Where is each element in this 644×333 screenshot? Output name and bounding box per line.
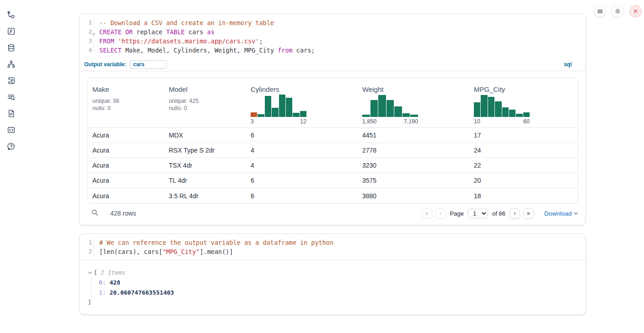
close-icon bbox=[633, 8, 639, 14]
python-cell: 1# We can reference the output variable … bbox=[79, 233, 586, 315]
column-label: Make bbox=[92, 85, 161, 93]
histogram-bar[interactable] bbox=[394, 106, 402, 117]
line-number: 1 bbox=[80, 238, 94, 247]
help-icon[interactable] bbox=[0, 138, 22, 154]
list-item[interactable]: 0: 428 bbox=[99, 278, 577, 288]
histogram-bar[interactable] bbox=[509, 110, 515, 117]
column-header-weight[interactable]: Weight1,8507,190 bbox=[358, 84, 469, 127]
token-keyword: SELECT bbox=[99, 47, 122, 54]
item-key: 0: bbox=[99, 279, 109, 286]
histogram-bar[interactable] bbox=[258, 114, 264, 117]
histogram-bar[interactable] bbox=[410, 115, 418, 117]
search-icon[interactable] bbox=[91, 209, 99, 218]
code-line[interactable]: 2CREATE OR replace TABLE cars as bbox=[80, 27, 585, 37]
axis-min-label: 10 bbox=[474, 118, 480, 125]
histogram-bars bbox=[474, 93, 530, 117]
items-count-label: 2 Items bbox=[101, 268, 126, 278]
table-cell: 4451 bbox=[358, 132, 469, 139]
scratchpad-icon[interactable] bbox=[0, 72, 22, 89]
row-count-label: 428 rows bbox=[110, 210, 136, 217]
download-label: Download bbox=[544, 210, 572, 217]
histogram-bar[interactable] bbox=[251, 112, 257, 117]
logs-icon[interactable] bbox=[0, 89, 22, 105]
histogram-bar[interactable] bbox=[279, 95, 285, 117]
histogram-bar[interactable] bbox=[481, 95, 487, 117]
table-cell: 3575 bbox=[358, 177, 469, 184]
token-plain: replace bbox=[133, 28, 166, 36]
table-row[interactable]: AcuraTL 4dr6357520 bbox=[88, 173, 578, 188]
axis-min-label: 1,850 bbox=[362, 118, 376, 125]
table-cell: 4 bbox=[246, 162, 358, 169]
histogram-bar[interactable] bbox=[265, 96, 271, 117]
column-histogram: 1,8507,190 bbox=[362, 93, 418, 125]
table-cell: 24 bbox=[469, 147, 578, 154]
table-row[interactable]: Acura3.5 RL 4dr6388018 bbox=[88, 188, 578, 203]
histogram-bar[interactable] bbox=[370, 100, 378, 117]
menu-icon bbox=[597, 8, 603, 15]
topbar bbox=[594, 5, 642, 17]
token-string: 'https://datasets.marimo.app/cars.csv' bbox=[118, 37, 259, 45]
list-item[interactable]: 1: 20.060747663551403 bbox=[99, 288, 577, 298]
table-row[interactable]: AcuraMDX6445117 bbox=[88, 128, 578, 143]
settings-button[interactable] bbox=[612, 5, 624, 17]
database-icon[interactable] bbox=[0, 39, 22, 56]
python-code-editor[interactable]: 1# We can reference the output variable … bbox=[80, 234, 585, 259]
axis-max-label: 60 bbox=[523, 118, 530, 125]
table-row[interactable]: AcuraTSX 4dr4323022 bbox=[88, 158, 578, 173]
column-header-model[interactable]: Modelunique: 425nulls: 0 bbox=[164, 84, 246, 127]
histogram-bar[interactable] bbox=[293, 113, 299, 117]
first-page-button[interactable]: « bbox=[422, 208, 432, 219]
snippets-icon[interactable] bbox=[0, 122, 22, 138]
table-cell: Acura bbox=[88, 147, 164, 154]
gear-icon bbox=[614, 8, 621, 15]
download-button[interactable]: Download bbox=[544, 210, 578, 217]
histogram-bar[interactable] bbox=[402, 113, 410, 117]
histogram-bar[interactable] bbox=[516, 114, 522, 117]
histogram-bar[interactable] bbox=[378, 95, 386, 117]
histogram-bar[interactable] bbox=[495, 101, 501, 117]
code-line[interactable]: 1# We can reference the output variable … bbox=[80, 238, 585, 247]
table-cell: 6 bbox=[246, 177, 358, 184]
next-page-button[interactable]: › bbox=[510, 208, 520, 219]
column-label: Weight bbox=[362, 85, 466, 93]
shutdown-button[interactable] bbox=[629, 5, 642, 17]
dependency-graph-icon[interactable] bbox=[0, 56, 22, 72]
page-select[interactable]: 1 bbox=[468, 209, 488, 218]
code-line[interactable]: 3FROM 'https://datasets.marimo.app/cars.… bbox=[80, 37, 585, 46]
table-row[interactable]: AcuraRSX Type S 2dr4277824 bbox=[88, 143, 578, 158]
column-header-cylinders[interactable]: Cylinders312 bbox=[246, 84, 358, 127]
output-variable-label: Output variable: bbox=[84, 61, 126, 68]
histogram-bar[interactable] bbox=[523, 112, 530, 117]
histogram-bar[interactable] bbox=[362, 115, 370, 117]
output-variable-input[interactable] bbox=[130, 60, 166, 69]
list-output-header[interactable]: [ 2 Items bbox=[88, 268, 577, 278]
item-value: 428 bbox=[109, 279, 120, 286]
histogram-bar[interactable] bbox=[272, 108, 278, 117]
function-icon[interactable] bbox=[0, 23, 22, 39]
histogram-bar[interactable] bbox=[474, 102, 480, 117]
documentation-icon[interactable] bbox=[0, 105, 22, 122]
histogram-bar[interactable] bbox=[300, 111, 306, 117]
item-value: 20.060747663551403 bbox=[109, 289, 174, 296]
line-number: 4 bbox=[80, 46, 94, 55]
axis-max-label: 12 bbox=[300, 118, 306, 125]
column-header-mpg_city[interactable]: MPG_City1060 bbox=[469, 84, 578, 127]
code-line[interactable]: 1-- Download a CSV and create an in-memo… bbox=[80, 18, 585, 27]
histogram-bar[interactable] bbox=[386, 100, 394, 117]
stat-line: nulls: 0 bbox=[92, 105, 161, 112]
menu-button[interactable] bbox=[594, 5, 606, 17]
file-tree-icon[interactable] bbox=[0, 6, 22, 23]
histogram-bar[interactable] bbox=[488, 97, 494, 117]
table-cell: MDX bbox=[164, 132, 246, 139]
code-line[interactable]: 2[len(cars), cars["MPG_City"].mean()] bbox=[80, 247, 585, 256]
prev-page-button[interactable]: ‹ bbox=[435, 208, 446, 219]
last-page-button[interactable]: » bbox=[523, 208, 534, 219]
table-cell: TSX 4dr bbox=[164, 162, 246, 169]
code-line[interactable]: 4SELECT Make, Model, Cylinders, Weight, … bbox=[80, 46, 585, 55]
table-cell: Acura bbox=[88, 162, 164, 169]
sql-code-editor[interactable]: 1-- Download a CSV and create an in-memo… bbox=[80, 14, 585, 58]
histogram-bar[interactable] bbox=[502, 107, 509, 117]
column-header-make[interactable]: Makeunique: 38nulls: 0 bbox=[88, 84, 164, 127]
token-plain: cars; bbox=[293, 47, 315, 54]
histogram-bar[interactable] bbox=[286, 98, 292, 117]
